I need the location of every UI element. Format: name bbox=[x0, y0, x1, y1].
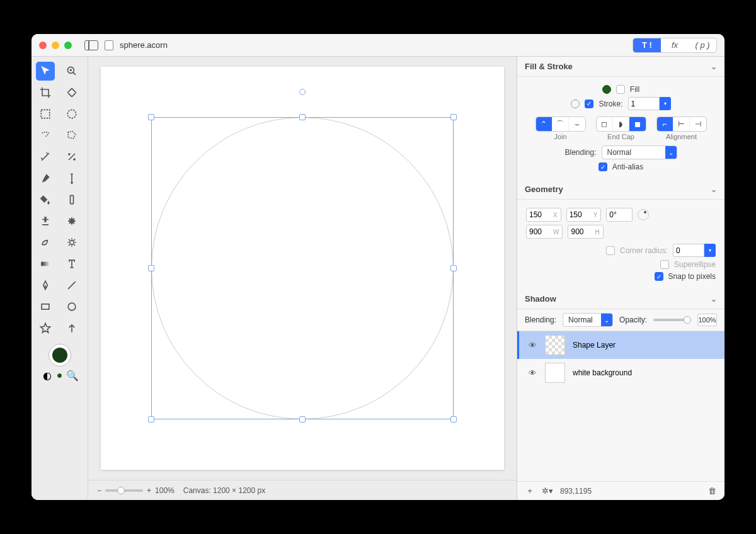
join-miter[interactable]: ⌃ bbox=[536, 117, 553, 131]
titlebar: sphere.acorn T ! fx ( p ) bbox=[32, 34, 724, 57]
eyedropper-icon[interactable]: 🔍 bbox=[67, 370, 77, 380]
rect-select-tool[interactable] bbox=[36, 105, 55, 123]
endcap-butt[interactable]: ◻ bbox=[597, 117, 613, 131]
chevron-down-icon[interactable]: ⌄ bbox=[711, 295, 717, 304]
handle-s[interactable] bbox=[299, 416, 306, 423]
line-tool[interactable] bbox=[62, 276, 81, 295]
delete-layer-button[interactable]: 🗑 bbox=[707, 486, 717, 496]
document-filename: sphere.acorn bbox=[120, 40, 168, 50]
handle-rotate[interactable] bbox=[299, 89, 306, 95]
join-round[interactable]: ⌒ bbox=[553, 117, 569, 131]
heal-tool[interactable] bbox=[62, 212, 81, 230]
rect-shape-tool[interactable] bbox=[36, 297, 55, 316]
corner-radius-checkbox[interactable] bbox=[606, 246, 615, 255]
visibility-icon[interactable]: 👁 bbox=[527, 340, 537, 350]
arrow-tool[interactable] bbox=[62, 319, 81, 338]
endcap-square[interactable]: ◼ bbox=[629, 117, 646, 131]
blending-select[interactable]: Normal bbox=[602, 145, 677, 159]
tab-p[interactable]: ( p ) bbox=[689, 38, 716, 52]
handle-ne[interactable] bbox=[450, 114, 457, 120]
pan-tool[interactable] bbox=[62, 83, 81, 102]
gradient-tool[interactable] bbox=[36, 254, 55, 273]
ellipse-shape-tool[interactable] bbox=[62, 297, 81, 316]
poly-lasso-tool[interactable] bbox=[62, 126, 81, 145]
move-tool[interactable] bbox=[36, 62, 55, 81]
lasso-tool[interactable] bbox=[36, 126, 55, 145]
quick-mask-tool[interactable] bbox=[62, 147, 81, 166]
fill-tool[interactable] bbox=[36, 190, 55, 209]
superellipse-checkbox[interactable] bbox=[660, 260, 669, 269]
layer-opacity-slider[interactable] bbox=[653, 319, 691, 321]
handle-nw[interactable] bbox=[148, 114, 154, 120]
angle-wheel[interactable] bbox=[638, 209, 649, 220]
sidebar-toggle-icon[interactable] bbox=[84, 40, 98, 50]
minimize-window-button[interactable] bbox=[52, 42, 59, 49]
align-inside[interactable]: ⌐ bbox=[657, 117, 673, 131]
ellipse-select-tool[interactable] bbox=[62, 105, 81, 123]
chevron-down-icon[interactable]: ⌄ bbox=[711, 62, 717, 71]
stroke-width-field[interactable] bbox=[628, 97, 660, 110]
foreground-color-well[interactable] bbox=[49, 344, 71, 366]
brush-tool[interactable] bbox=[36, 169, 55, 188]
burn-tool[interactable] bbox=[62, 233, 81, 252]
add-layer-button[interactable]: + bbox=[525, 486, 535, 496]
crop-tool[interactable] bbox=[36, 83, 55, 102]
fill-stroke-header[interactable]: Fill & Stroke ⌄ bbox=[517, 57, 724, 77]
geometry-header[interactable]: Geometry ⌄ bbox=[517, 179, 724, 200]
y-field[interactable]: Y bbox=[566, 208, 602, 222]
fill-swatch[interactable] bbox=[602, 85, 611, 94]
pen-tool[interactable] bbox=[36, 276, 55, 295]
zoom-out-button[interactable]: − bbox=[97, 486, 101, 495]
stroke-checkbox[interactable]: ✓ bbox=[585, 99, 593, 108]
join-bevel[interactable]: ⌣ bbox=[569, 117, 585, 131]
zoom-in-button[interactable]: + bbox=[147, 486, 151, 495]
star-tool[interactable] bbox=[36, 319, 55, 338]
layer-row[interactable]: 👁 Shape Layer bbox=[517, 331, 724, 359]
handle-e[interactable] bbox=[450, 265, 457, 271]
dodge-tool[interactable] bbox=[36, 233, 55, 252]
stroke-width-stepper[interactable]: ▾ bbox=[660, 97, 671, 110]
close-window-button[interactable] bbox=[39, 42, 47, 49]
blending-label: Blending: bbox=[564, 148, 596, 157]
handle-w[interactable] bbox=[148, 265, 154, 271]
chevron-down-icon[interactable]: ⌄ bbox=[711, 185, 717, 194]
align-center[interactable]: ⊢ bbox=[673, 117, 690, 131]
text-tool[interactable] bbox=[62, 254, 81, 273]
align-outside[interactable]: ⊣ bbox=[690, 117, 706, 131]
height-field[interactable]: H bbox=[568, 225, 603, 239]
fill-checkbox[interactable] bbox=[616, 85, 625, 94]
clone-tool[interactable] bbox=[36, 212, 55, 230]
handle-sw[interactable] bbox=[148, 416, 154, 423]
layer-opacity-value[interactable]: 100% bbox=[697, 314, 717, 326]
maximize-window-button[interactable] bbox=[64, 42, 72, 49]
layer-blending-select[interactable]: Normal bbox=[563, 313, 613, 327]
default-colors-icon[interactable]: ● bbox=[55, 370, 65, 380]
zoom-tool[interactable] bbox=[62, 62, 81, 81]
swap-colors-icon[interactable]: ◐ bbox=[42, 370, 52, 380]
eraser-tool[interactable] bbox=[62, 190, 81, 209]
x-field[interactable]: X bbox=[526, 208, 561, 222]
visibility-icon[interactable]: 👁 bbox=[527, 368, 537, 378]
wand-tool[interactable] bbox=[36, 147, 55, 166]
stroke-swatch[interactable] bbox=[571, 99, 580, 108]
tab-text-tool[interactable]: T ! bbox=[633, 38, 661, 52]
width-field[interactable]: W bbox=[526, 225, 563, 239]
canvas[interactable] bbox=[101, 67, 504, 470]
layer-options-button[interactable]: ✲▾ bbox=[542, 486, 553, 496]
endcap-round[interactable]: ◗ bbox=[613, 117, 629, 131]
document-icon bbox=[105, 40, 113, 50]
corner-radius-stepper[interactable]: ▾ bbox=[704, 244, 716, 257]
layer-row[interactable]: 👁 white background bbox=[517, 359, 724, 387]
shadow-header[interactable]: Shadow ⌄ bbox=[517, 289, 724, 309]
superellipse-label: Superellipse bbox=[674, 260, 716, 269]
angle-field[interactable] bbox=[606, 208, 633, 222]
svg-rect-1 bbox=[41, 110, 49, 118]
zoom-slider[interactable] bbox=[105, 489, 143, 492]
tab-fx[interactable]: fx bbox=[661, 38, 689, 52]
antialias-checkbox[interactable]: ✓ bbox=[598, 162, 607, 171]
handle-n[interactable] bbox=[299, 114, 306, 120]
handle-se[interactable] bbox=[450, 416, 457, 423]
corner-radius-field[interactable] bbox=[673, 244, 704, 257]
pencil-tool[interactable] bbox=[62, 169, 81, 188]
snap-checkbox[interactable]: ✓ bbox=[655, 272, 663, 281]
